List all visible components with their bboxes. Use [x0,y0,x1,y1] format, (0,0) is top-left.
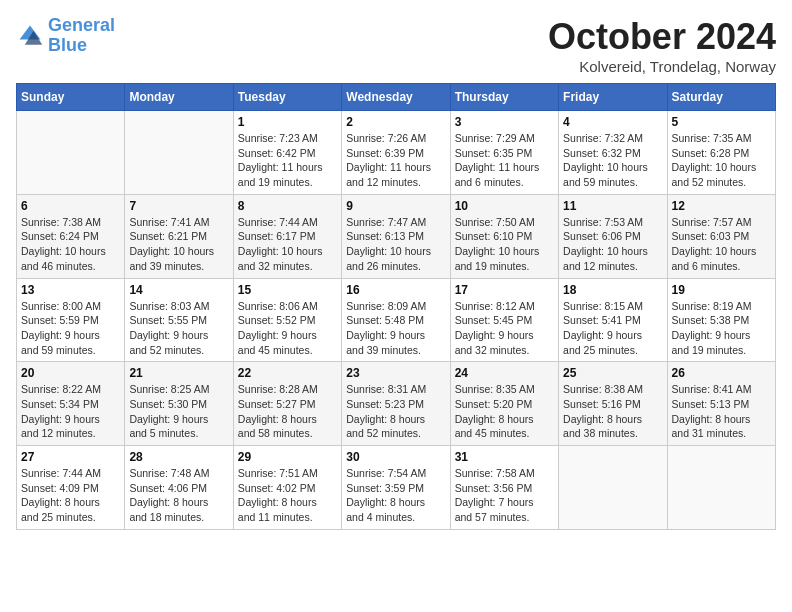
calendar-cell [667,446,775,530]
calendar-cell: 1Sunrise: 7:23 AM Sunset: 6:42 PM Daylig… [233,111,341,195]
day-info: Sunrise: 8:03 AM Sunset: 5:55 PM Dayligh… [129,299,228,358]
calendar-cell: 22Sunrise: 8:28 AM Sunset: 5:27 PM Dayli… [233,362,341,446]
logo-icon [16,22,44,50]
day-number: 17 [455,283,554,297]
day-info: Sunrise: 8:35 AM Sunset: 5:20 PM Dayligh… [455,382,554,441]
day-number: 12 [672,199,771,213]
day-number: 20 [21,366,120,380]
calendar-week-row: 27Sunrise: 7:44 AM Sunset: 4:09 PM Dayli… [17,446,776,530]
calendar-cell: 25Sunrise: 8:38 AM Sunset: 5:16 PM Dayli… [559,362,667,446]
day-number: 9 [346,199,445,213]
day-number: 14 [129,283,228,297]
day-number: 15 [238,283,337,297]
day-info: Sunrise: 7:47 AM Sunset: 6:13 PM Dayligh… [346,215,445,274]
calendar-cell: 21Sunrise: 8:25 AM Sunset: 5:30 PM Dayli… [125,362,233,446]
day-info: Sunrise: 8:09 AM Sunset: 5:48 PM Dayligh… [346,299,445,358]
day-number: 19 [672,283,771,297]
calendar-cell: 9Sunrise: 7:47 AM Sunset: 6:13 PM Daylig… [342,194,450,278]
day-header: Saturday [667,84,775,111]
day-info: Sunrise: 8:06 AM Sunset: 5:52 PM Dayligh… [238,299,337,358]
calendar-week-row: 1Sunrise: 7:23 AM Sunset: 6:42 PM Daylig… [17,111,776,195]
day-number: 4 [563,115,662,129]
day-info: Sunrise: 8:19 AM Sunset: 5:38 PM Dayligh… [672,299,771,358]
day-info: Sunrise: 7:53 AM Sunset: 6:06 PM Dayligh… [563,215,662,274]
day-number: 18 [563,283,662,297]
calendar-cell: 2Sunrise: 7:26 AM Sunset: 6:39 PM Daylig… [342,111,450,195]
day-number: 22 [238,366,337,380]
day-info: Sunrise: 7:35 AM Sunset: 6:28 PM Dayligh… [672,131,771,190]
day-info: Sunrise: 8:28 AM Sunset: 5:27 PM Dayligh… [238,382,337,441]
calendar-cell: 26Sunrise: 8:41 AM Sunset: 5:13 PM Dayli… [667,362,775,446]
day-header: Tuesday [233,84,341,111]
day-info: Sunrise: 8:31 AM Sunset: 5:23 PM Dayligh… [346,382,445,441]
calendar-cell: 3Sunrise: 7:29 AM Sunset: 6:35 PM Daylig… [450,111,558,195]
calendar-cell: 6Sunrise: 7:38 AM Sunset: 6:24 PM Daylig… [17,194,125,278]
day-info: Sunrise: 8:38 AM Sunset: 5:16 PM Dayligh… [563,382,662,441]
day-info: Sunrise: 8:22 AM Sunset: 5:34 PM Dayligh… [21,382,120,441]
day-header: Sunday [17,84,125,111]
calendar-week-row: 20Sunrise: 8:22 AM Sunset: 5:34 PM Dayli… [17,362,776,446]
day-info: Sunrise: 7:26 AM Sunset: 6:39 PM Dayligh… [346,131,445,190]
day-number: 6 [21,199,120,213]
day-number: 10 [455,199,554,213]
day-number: 2 [346,115,445,129]
day-info: Sunrise: 7:32 AM Sunset: 6:32 PM Dayligh… [563,131,662,190]
calendar-cell: 12Sunrise: 7:57 AM Sunset: 6:03 PM Dayli… [667,194,775,278]
calendar-cell: 14Sunrise: 8:03 AM Sunset: 5:55 PM Dayli… [125,278,233,362]
day-info: Sunrise: 8:25 AM Sunset: 5:30 PM Dayligh… [129,382,228,441]
calendar-cell: 18Sunrise: 8:15 AM Sunset: 5:41 PM Dayli… [559,278,667,362]
day-info: Sunrise: 8:15 AM Sunset: 5:41 PM Dayligh… [563,299,662,358]
day-number: 29 [238,450,337,464]
day-info: Sunrise: 8:12 AM Sunset: 5:45 PM Dayligh… [455,299,554,358]
calendar-cell: 7Sunrise: 7:41 AM Sunset: 6:21 PM Daylig… [125,194,233,278]
day-info: Sunrise: 7:51 AM Sunset: 4:02 PM Dayligh… [238,466,337,525]
day-info: Sunrise: 8:00 AM Sunset: 5:59 PM Dayligh… [21,299,120,358]
calendar-header-row: SundayMondayTuesdayWednesdayThursdayFrid… [17,84,776,111]
calendar-body: 1Sunrise: 7:23 AM Sunset: 6:42 PM Daylig… [17,111,776,530]
calendar-cell: 31Sunrise: 7:58 AM Sunset: 3:56 PM Dayli… [450,446,558,530]
calendar-cell [559,446,667,530]
day-info: Sunrise: 7:54 AM Sunset: 3:59 PM Dayligh… [346,466,445,525]
calendar-cell: 8Sunrise: 7:44 AM Sunset: 6:17 PM Daylig… [233,194,341,278]
day-header: Friday [559,84,667,111]
location-subtitle: Kolvereid, Trondelag, Norway [548,58,776,75]
logo-line2: Blue [48,35,87,55]
day-number: 27 [21,450,120,464]
day-number: 25 [563,366,662,380]
calendar-cell: 11Sunrise: 7:53 AM Sunset: 6:06 PM Dayli… [559,194,667,278]
day-info: Sunrise: 7:29 AM Sunset: 6:35 PM Dayligh… [455,131,554,190]
day-number: 7 [129,199,228,213]
day-info: Sunrise: 7:44 AM Sunset: 6:17 PM Dayligh… [238,215,337,274]
calendar-cell: 23Sunrise: 8:31 AM Sunset: 5:23 PM Dayli… [342,362,450,446]
day-number: 16 [346,283,445,297]
day-info: Sunrise: 7:50 AM Sunset: 6:10 PM Dayligh… [455,215,554,274]
calendar-cell: 20Sunrise: 8:22 AM Sunset: 5:34 PM Dayli… [17,362,125,446]
day-number: 21 [129,366,228,380]
day-header: Wednesday [342,84,450,111]
day-number: 24 [455,366,554,380]
calendar-week-row: 6Sunrise: 7:38 AM Sunset: 6:24 PM Daylig… [17,194,776,278]
day-info: Sunrise: 7:57 AM Sunset: 6:03 PM Dayligh… [672,215,771,274]
day-number: 1 [238,115,337,129]
calendar-cell [17,111,125,195]
day-number: 31 [455,450,554,464]
calendar-cell: 19Sunrise: 8:19 AM Sunset: 5:38 PM Dayli… [667,278,775,362]
day-number: 28 [129,450,228,464]
calendar-table: SundayMondayTuesdayWednesdayThursdayFrid… [16,83,776,530]
calendar-cell [125,111,233,195]
day-info: Sunrise: 7:41 AM Sunset: 6:21 PM Dayligh… [129,215,228,274]
day-info: Sunrise: 7:58 AM Sunset: 3:56 PM Dayligh… [455,466,554,525]
day-number: 3 [455,115,554,129]
calendar-cell: 4Sunrise: 7:32 AM Sunset: 6:32 PM Daylig… [559,111,667,195]
calendar-week-row: 13Sunrise: 8:00 AM Sunset: 5:59 PM Dayli… [17,278,776,362]
month-title: October 2024 [548,16,776,58]
calendar-cell: 30Sunrise: 7:54 AM Sunset: 3:59 PM Dayli… [342,446,450,530]
day-info: Sunrise: 7:38 AM Sunset: 6:24 PM Dayligh… [21,215,120,274]
day-number: 23 [346,366,445,380]
logo-line1: General [48,15,115,35]
day-header: Thursday [450,84,558,111]
calendar-cell: 27Sunrise: 7:44 AM Sunset: 4:09 PM Dayli… [17,446,125,530]
day-info: Sunrise: 7:48 AM Sunset: 4:06 PM Dayligh… [129,466,228,525]
day-info: Sunrise: 7:44 AM Sunset: 4:09 PM Dayligh… [21,466,120,525]
logo: General Blue [16,16,115,56]
